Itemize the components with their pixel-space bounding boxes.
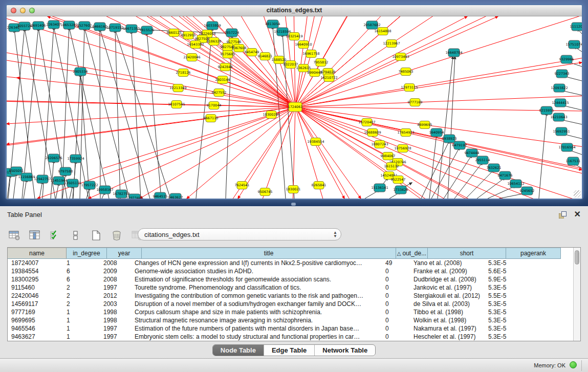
tab-node-table[interactable]: Node Table	[213, 345, 264, 356]
table-cell: 18300295	[8, 276, 63, 283]
network-edge[interactable]	[295, 62, 582, 107]
network-edge[interactable]	[295, 54, 311, 107]
network-edge[interactable]	[303, 16, 361, 45]
table-cell: 5.3E-5	[485, 259, 536, 267]
node-label: 2905334	[73, 70, 88, 74]
network-edge[interactable]	[406, 16, 582, 72]
table-scrollbar[interactable]	[573, 248, 580, 341]
window-resize-grip[interactable]	[574, 190, 581, 198]
create-column-icon[interactable]	[89, 229, 103, 242]
table-row[interactable]: 946362711997Embryonic stem cells: a mode…	[8, 333, 580, 341]
node-label: 18300295	[263, 113, 279, 117]
split-pane-handle[interactable]	[291, 203, 296, 206]
node-label: 9175685	[221, 52, 235, 56]
network-edge[interactable]	[539, 113, 547, 199]
node-label: 18325419	[286, 34, 302, 38]
network-edge[interactable]	[295, 107, 547, 111]
network-edge[interactable]	[295, 107, 319, 185]
network-edge[interactable]	[293, 107, 295, 189]
network-edge[interactable]	[294, 36, 295, 107]
network-edge[interactable]	[132, 31, 141, 199]
network-edge[interactable]	[56, 183, 59, 199]
table-cell: Tourette syndrome. Phenomenology and cla…	[131, 284, 382, 291]
column-header-year[interactable]: year	[107, 248, 142, 259]
network-edge[interactable]	[409, 16, 582, 87]
column-header-out_de[interactable]: △out_de...	[396, 248, 428, 259]
node-label: 7485063	[399, 70, 413, 74]
table-row[interactable]: 911546021997Tourette syndrome. Phenomeno…	[8, 283, 580, 292]
network-edge[interactable]	[192, 57, 295, 107]
column-header-pagerank[interactable]: pagerank	[506, 248, 561, 259]
node-label: 8505051	[9, 169, 24, 173]
network-edge[interactable]	[295, 107, 391, 166]
network-edge[interactable]	[431, 147, 460, 199]
column-header-title[interactable]: title	[142, 248, 396, 259]
network-edge[interactable]	[403, 148, 582, 199]
network-edge[interactable]	[69, 27, 109, 199]
network-window-titlebar[interactable]: citations_edges.txt	[7, 5, 582, 16]
network-edge[interactable]	[383, 16, 582, 31]
table-scrollbar-thumb[interactable]	[575, 250, 579, 265]
network-canvas[interactable]: 2263404305572436914062263407106532871527…	[7, 16, 582, 199]
network-edge[interactable]	[226, 35, 232, 199]
network-edge[interactable]	[328, 16, 557, 72]
table-cell: 9115460	[8, 284, 63, 291]
table-selector-dropdown[interactable]: citations_edges.txt ▲▼	[138, 228, 341, 240]
network-edge[interactable]	[115, 30, 120, 199]
table-cell: 0	[382, 325, 410, 332]
table-cell: 1	[63, 259, 100, 267]
network-edge[interactable]	[421, 141, 449, 199]
network-edge[interactable]	[24, 179, 27, 199]
node-label: 8471676	[498, 173, 513, 178]
network-edge[interactable]	[295, 102, 415, 107]
network-edge[interactable]	[389, 176, 582, 199]
network-edge[interactable]	[477, 178, 505, 199]
float-panel-icon[interactable]	[559, 211, 567, 219]
network-edge[interactable]	[438, 56, 453, 199]
delete-columns-icon[interactable]	[110, 229, 124, 242]
tab-network-table[interactable]: Network Table	[315, 345, 375, 356]
network-edge[interactable]	[39, 181, 42, 199]
table-row[interactable]: 969969511998Structural magnetic resonanc…	[8, 316, 580, 324]
network-edge[interactable]	[100, 29, 100, 199]
network-edge[interactable]	[103, 115, 271, 168]
network-edge[interactable]	[115, 30, 170, 199]
network-edge[interactable]	[42, 27, 54, 199]
network-edge[interactable]	[183, 73, 295, 107]
row-selection-icon[interactable]	[48, 229, 62, 242]
table-cell: 2	[63, 292, 100, 299]
table-height-icon[interactable]	[69, 229, 83, 242]
node-label: 6794028	[321, 70, 336, 74]
memory-status-label: Memory: OK	[534, 362, 565, 368]
close-panel-icon[interactable]: ✕	[574, 209, 581, 219]
network-edge[interactable]	[140, 107, 295, 199]
table-mode-icon[interactable]	[7, 229, 21, 242]
table-cell: 22420046	[8, 292, 63, 299]
network-edge[interactable]	[80, 28, 84, 199]
table-row[interactable]: 946554611997Estimation of the future num…	[8, 324, 580, 333]
column-header-in_degree[interactable]: in_degree	[67, 248, 107, 259]
network-edge[interactable]	[380, 144, 582, 199]
table-row[interactable]: 1872400712008Changes of HCN gene express…	[8, 259, 580, 267]
network-view-window[interactable]: citations_edges.txt 22634043055724369140…	[5, 4, 583, 200]
node-label: 10654112	[507, 182, 524, 186]
column-header-short[interactable]: short	[428, 248, 506, 259]
column-header-name[interactable]: name	[8, 248, 67, 259]
show-columns-icon[interactable]	[28, 229, 42, 242]
table-row[interactable]: 2242004622012Investigating the contribut…	[8, 292, 580, 300]
network-canvas-container[interactable]: 2263404305572436914062263407106532871527…	[7, 16, 582, 199]
network-edge[interactable]	[7, 118, 211, 197]
network-edge[interactable]	[295, 57, 401, 107]
table-row[interactable]: 977716911998Corpus callosum shape and si…	[8, 308, 580, 316]
table-cell: Franke et al. (2009)	[410, 268, 485, 275]
table-cell: 5.3E-5	[485, 284, 536, 291]
network-edge[interactable]	[401, 16, 582, 57]
network-edge[interactable]	[391, 16, 582, 43]
network-edge[interactable]	[7, 107, 295, 124]
table-row[interactable]: 1456911722003Disruption of a novel membe…	[8, 300, 580, 308]
network-edge[interactable]	[391, 166, 582, 199]
tab-edge-table[interactable]: Edge Table	[264, 345, 315, 356]
table-row[interactable]: 1938455462009Genome-wide association stu…	[8, 267, 580, 275]
table-row[interactable]: 1830029562008Estimation of significance …	[8, 275, 580, 283]
network-edge[interactable]	[295, 107, 361, 199]
